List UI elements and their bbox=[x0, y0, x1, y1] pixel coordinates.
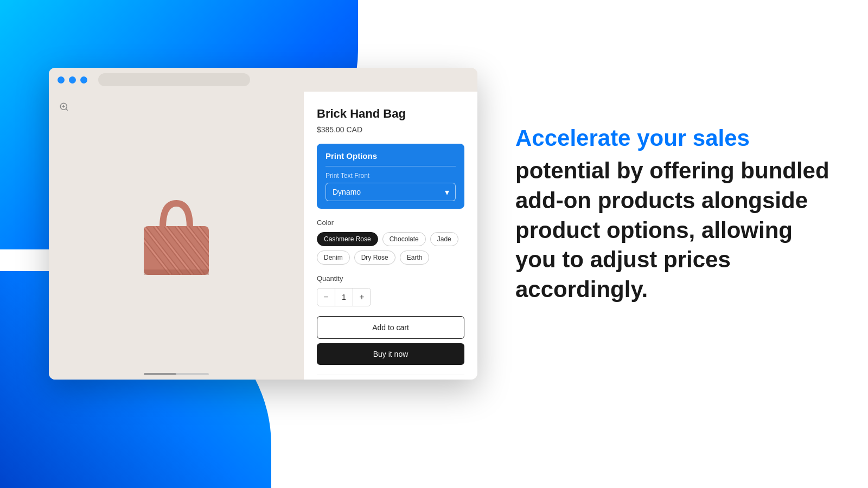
quantity-control: − 1 + bbox=[317, 288, 371, 306]
browser-dot-3 bbox=[80, 76, 87, 84]
product-price: $385.00 CAD bbox=[317, 125, 464, 134]
right-content: Accelerate your sales potential by offer… bbox=[515, 125, 830, 304]
buy-now-button[interactable]: Buy it now bbox=[317, 343, 464, 365]
color-chip-denim[interactable]: Denim bbox=[317, 251, 350, 265]
quantity-decrease-button[interactable]: − bbox=[317, 288, 335, 306]
add-to-cart-button[interactable]: Add to cart bbox=[317, 316, 464, 339]
headline-black: potential by offering bundled add-on pro… bbox=[515, 156, 830, 304]
color-options: Cashmere Rose Chocolate Jade Denim Dry R… bbox=[317, 232, 464, 265]
browser-dot-1 bbox=[58, 76, 65, 84]
quantity-value: 1 bbox=[335, 288, 353, 306]
image-scrollbar bbox=[144, 373, 209, 375]
print-options-title: Print Options bbox=[326, 151, 456, 166]
print-select-wrapper[interactable]: Dynamo Classic Modern Bold bbox=[326, 183, 456, 201]
product-detail-panel: Brick Hand Bag $385.00 CAD Print Options… bbox=[304, 92, 477, 380]
zoom-icon[interactable] bbox=[58, 100, 71, 113]
print-options-box: Print Options Print Text Front Dynamo Cl… bbox=[317, 144, 464, 209]
browser-dot-2 bbox=[69, 76, 76, 84]
print-text-label: Print Text Front bbox=[326, 172, 456, 179]
image-scrollbar-thumb bbox=[144, 373, 176, 375]
quantity-increase-button[interactable]: + bbox=[353, 288, 371, 306]
browser-content: Brick Hand Bag $385.00 CAD Print Options… bbox=[49, 92, 477, 380]
svg-rect-20 bbox=[144, 269, 209, 275]
browser-toolbar bbox=[49, 68, 477, 92]
browser-window: Brick Hand Bag $385.00 CAD Print Options… bbox=[49, 68, 477, 380]
quantity-section: Quantity − 1 + bbox=[317, 274, 464, 306]
product-image-area bbox=[49, 92, 304, 380]
color-label: Color bbox=[317, 219, 464, 227]
svg-line-1 bbox=[66, 108, 67, 110]
color-chip-earth[interactable]: Earth bbox=[400, 251, 430, 265]
product-image bbox=[117, 182, 236, 290]
quantity-label: Quantity bbox=[317, 274, 464, 282]
color-chip-jade[interactable]: Jade bbox=[430, 232, 458, 246]
product-title: Brick Hand Bag bbox=[317, 107, 464, 121]
print-select-display[interactable]: Dynamo Classic Modern Bold bbox=[326, 183, 456, 201]
color-chip-dry-rose[interactable]: Dry Rose bbox=[354, 251, 395, 265]
materials-section: Materials Hand-crafted from Italian cow … bbox=[317, 375, 464, 380]
color-chip-cashmere-rose[interactable]: Cashmere Rose bbox=[317, 232, 378, 246]
print-select-input[interactable]: Dynamo Classic Modern Bold bbox=[333, 188, 449, 196]
headline-blue: Accelerate your sales bbox=[515, 125, 830, 152]
browser-address-bar bbox=[98, 73, 250, 86]
color-chip-chocolate[interactable]: Chocolate bbox=[382, 232, 426, 246]
